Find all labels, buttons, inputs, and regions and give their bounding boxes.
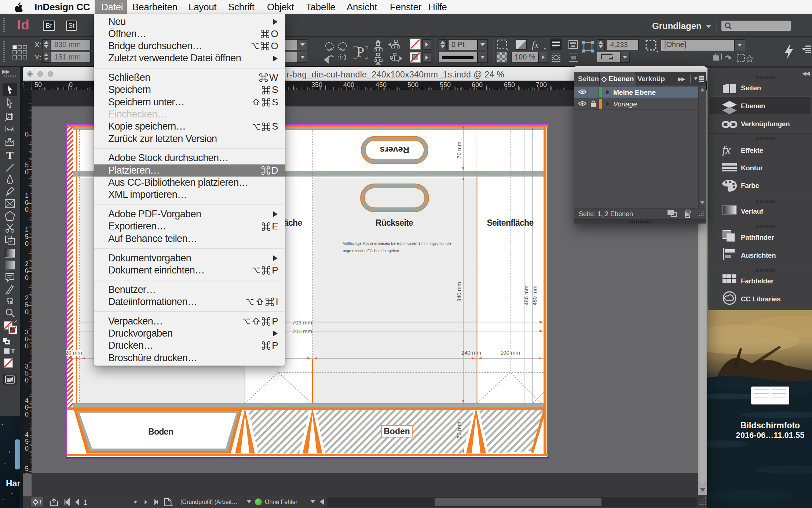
svg-text:fx: fx bbox=[722, 144, 731, 156]
svg-text:Boden: Boden bbox=[384, 427, 410, 436]
svg-text:fx: fx bbox=[532, 40, 539, 50]
svg-text:P: P bbox=[356, 44, 364, 59]
svg-text:700 mm: 700 mm bbox=[292, 328, 312, 334]
svg-text:340 mm: 340 mm bbox=[456, 282, 462, 302]
svg-text:!: ! bbox=[40, 499, 42, 506]
svg-text:70 mm: 70 mm bbox=[456, 142, 462, 159]
svg-text:486 mm: 486 mm bbox=[523, 286, 529, 305]
svg-text:703 mm: 703 mm bbox=[292, 319, 312, 326]
svg-text:angrenzenden Flächen übergehen: angrenzenden Flächen übergehen. bbox=[343, 249, 400, 253]
svg-text:Seitenfläche: Seitenfläche bbox=[487, 218, 533, 228]
svg-text:Revers: Revers bbox=[380, 145, 409, 155]
svg-text:Rückseite: Rückseite bbox=[376, 218, 413, 228]
svg-text:70 mm: 70 mm bbox=[456, 422, 462, 439]
svg-text:240 mm: 240 mm bbox=[461, 349, 481, 356]
svg-text:Vollflächige Motive in diesem: Vollflächige Motive in diesem Bereich mü… bbox=[343, 242, 451, 246]
svg-text:Boden: Boden bbox=[148, 427, 173, 436]
svg-text:100 mm: 100 mm bbox=[500, 349, 520, 356]
svg-text:480 mm: 480 mm bbox=[531, 286, 538, 305]
svg-text:20 mm: 20 mm bbox=[66, 349, 82, 356]
